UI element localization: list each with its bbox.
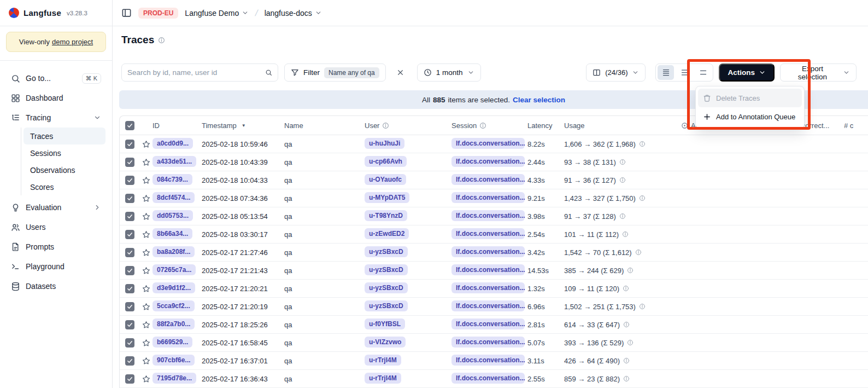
bookmark-star-icon[interactable] xyxy=(142,230,150,239)
session-badge[interactable]: lf.docs.conversation... xyxy=(451,300,525,311)
header-usage[interactable]: Usage xyxy=(564,121,681,130)
user-badge[interactable]: u-VIZzvwo xyxy=(365,337,406,348)
trace-id-badge[interactable]: 8dcf4574... xyxy=(153,192,195,203)
user-badge[interactable]: u-yzSBxcD xyxy=(365,300,408,311)
table-row[interactable]: 7195d78e... 2025-02-17 16:36:43 qa u-rTr… xyxy=(120,370,868,388)
org-switcher[interactable]: Langfuse Demo xyxy=(185,9,249,18)
bookmark-star-icon[interactable] xyxy=(142,357,150,365)
bookmark-star-icon[interactable] xyxy=(142,267,150,275)
sidebar-item-observations[interactable]: Observations xyxy=(24,161,105,178)
trace-id-badge[interactable]: 084c739... xyxy=(153,174,192,185)
trace-id-badge[interactable]: a433de51... xyxy=(153,156,196,167)
export-selection-button[interactable]: Export selection xyxy=(780,63,857,82)
row-checkbox[interactable] xyxy=(125,320,134,329)
row-checkbox[interactable] xyxy=(125,374,134,384)
session-badge[interactable]: lf.docs.conversation... xyxy=(451,210,525,221)
bookmark-star-icon[interactable] xyxy=(142,285,150,293)
user-badge[interactable]: u-OYauofc xyxy=(365,174,406,185)
sidebar-item-datasets[interactable]: Datasets xyxy=(7,276,105,296)
menu-item-add-to-annotation-queue[interactable]: Add to Annotation Queue xyxy=(698,107,802,126)
table-row[interactable]: dd05753... 2025-02-18 05:13:54 qa u-T98Y… xyxy=(120,207,868,225)
row-checkbox[interactable] xyxy=(125,212,134,221)
session-badge[interactable]: lf.docs.conversation... xyxy=(451,373,525,384)
trace-id-badge[interactable]: dd05753... xyxy=(153,210,193,221)
row-checkbox[interactable] xyxy=(125,194,134,203)
menu-item-delete-traces[interactable]: Delete Traces xyxy=(698,89,802,107)
row-checkbox[interactable] xyxy=(125,302,134,311)
row-checkbox[interactable] xyxy=(125,248,134,257)
table-row[interactable]: 8dcf4574... 2025-02-18 07:34:36 qa u-MYp… xyxy=(120,189,868,207)
row-checkbox[interactable] xyxy=(125,158,134,167)
trace-id-badge[interactable]: ba8a208f... xyxy=(153,246,195,257)
table-row[interactable]: d3e9d1f2... 2025-02-17 21:20:21 qa u-yzS… xyxy=(120,280,868,298)
session-badge[interactable]: lf.docs.conversation... xyxy=(451,318,525,329)
user-badge[interactable]: u-zEwdED2 xyxy=(365,228,409,239)
session-badge[interactable]: lf.docs.conversation... xyxy=(451,337,525,348)
bookmark-star-icon[interactable] xyxy=(142,194,150,202)
trace-id-badge[interactable]: 5cca9cf2... xyxy=(153,300,195,311)
row-checkbox[interactable] xyxy=(125,230,134,239)
user-badge[interactable]: u-rTrjI4M xyxy=(365,373,401,384)
trace-id-badge[interactable]: 907cbf6e... xyxy=(153,355,195,366)
user-badge[interactable]: u-yzSBxcD xyxy=(365,246,408,257)
row-checkbox[interactable] xyxy=(125,356,134,366)
header-latency[interactable]: Latency xyxy=(527,121,564,130)
trace-id-badge[interactable]: 07265c7a... xyxy=(153,264,196,275)
trace-id-badge[interactable]: a0cd0d9... xyxy=(153,138,193,149)
sidebar-item-traces[interactable]: Traces xyxy=(24,128,105,144)
row-height-medium-icon[interactable] xyxy=(676,65,693,80)
header-score-extra[interactable]: # c xyxy=(844,121,868,130)
trace-id-badge[interactable]: d3e9d1f2... xyxy=(153,282,195,293)
trace-id-badge[interactable]: 8b66a34... xyxy=(153,228,192,239)
user-badge[interactable]: u-yzSBxcD xyxy=(365,282,408,293)
clear-selection-link[interactable]: Clear selection xyxy=(513,96,565,104)
session-badge[interactable]: lf.docs.conversation... xyxy=(451,282,525,293)
table-row[interactable]: 88f2a7b0... 2025-02-17 18:25:26 qa u-f0Y… xyxy=(120,316,868,334)
trace-id-badge[interactable]: b669529... xyxy=(153,337,192,348)
header-user[interactable]: User xyxy=(365,121,451,130)
sidebar-item-prompts[interactable]: Prompts xyxy=(7,237,105,257)
table-row[interactable]: 8b66a34... 2025-02-18 03:30:17 qa u-zEwd… xyxy=(120,225,868,244)
row-height-tall-icon[interactable] xyxy=(695,65,711,80)
header-timestamp[interactable]: Timestamp▼ xyxy=(202,121,284,130)
clear-filter-icon[interactable] xyxy=(394,66,407,79)
row-checkbox[interactable] xyxy=(125,140,134,149)
header-name[interactable]: Name xyxy=(284,121,365,130)
user-badge[interactable]: u-T98YnzD xyxy=(365,210,407,221)
bookmark-star-icon[interactable] xyxy=(142,176,150,184)
bookmark-star-icon[interactable] xyxy=(142,212,150,221)
filter-button[interactable]: Filter Name any of qa xyxy=(284,63,386,82)
user-badge[interactable]: u-rTrjI4M xyxy=(365,355,401,366)
sidebar-item-sessions[interactable]: Sessions xyxy=(24,144,105,161)
session-badge[interactable]: lf.docs.conversation... xyxy=(451,174,525,185)
sidebar-item-playground[interactable]: Playground xyxy=(7,257,105,276)
session-badge[interactable]: lf.docs.conversation... xyxy=(451,246,525,257)
session-badge[interactable]: lf.docs.conversation... xyxy=(451,138,525,149)
session-badge[interactable]: lf.docs.conversation... xyxy=(451,156,525,167)
session-badge[interactable]: lf.docs.conversation... xyxy=(451,192,525,203)
table-row[interactable]: 5cca9cf2... 2025-02-17 21:20:19 qa u-yzS… xyxy=(120,298,868,316)
actions-button[interactable]: Actions xyxy=(719,63,775,82)
header-id[interactable]: ID xyxy=(153,121,202,130)
sidebar-item-scores[interactable]: Scores xyxy=(24,178,105,195)
bookmark-star-icon[interactable] xyxy=(142,321,150,329)
bookmark-star-icon[interactable] xyxy=(142,140,150,148)
sidebar-toggle-icon[interactable] xyxy=(121,8,132,18)
sidebar-item-tracing[interactable]: Tracing xyxy=(7,108,105,128)
row-checkbox[interactable] xyxy=(125,284,134,293)
user-badge[interactable]: u-MYpDAT5 xyxy=(365,192,409,203)
table-row[interactable]: 07265c7a... 2025-02-17 21:21:43 qa u-yzS… xyxy=(120,262,868,280)
row-checkbox[interactable] xyxy=(125,338,134,348)
timerange-button[interactable]: 1 month xyxy=(417,63,481,82)
project-switcher[interactable]: langfuse-docs xyxy=(265,9,322,18)
session-badge[interactable]: lf.docs.conversation... xyxy=(451,264,525,275)
trace-id-badge[interactable]: 88f2a7b0... xyxy=(153,318,195,329)
sidebar-item-goto[interactable]: Go to... ⌘ K xyxy=(7,68,105,88)
bookmark-star-icon[interactable] xyxy=(142,248,150,257)
bookmark-star-icon[interactable] xyxy=(142,158,150,166)
bookmark-star-icon[interactable] xyxy=(142,339,150,347)
bookmark-star-icon[interactable] xyxy=(142,375,150,383)
columns-button[interactable]: (24/36) xyxy=(586,63,646,82)
user-badge[interactable]: u-huJhuJi xyxy=(365,138,404,149)
table-row[interactable]: ba8a208f... 2025-02-17 21:27:46 qa u-yzS… xyxy=(120,244,868,262)
